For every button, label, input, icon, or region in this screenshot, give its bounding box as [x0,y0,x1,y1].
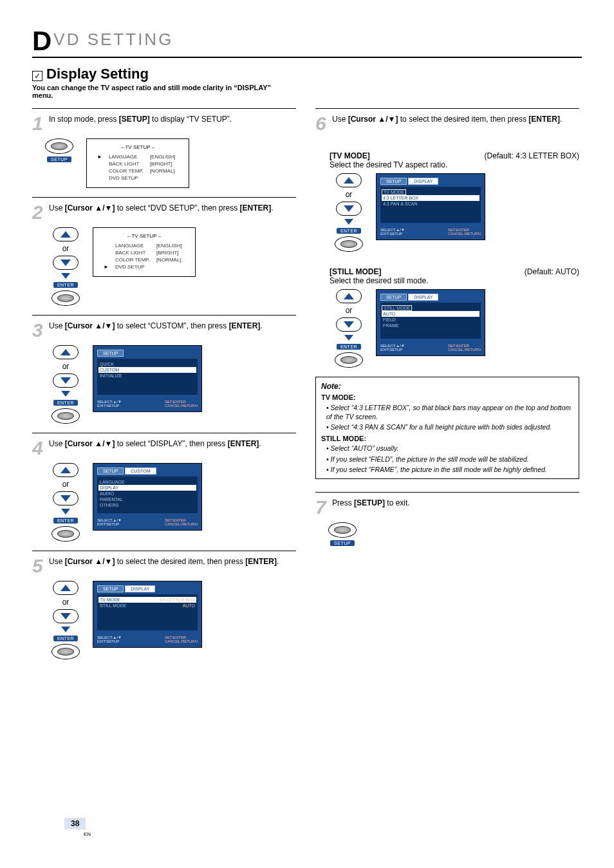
text: to select “DISPLAY”, then press [115,439,227,448]
step-2-text: Use [Cursor ▲/▼] to select “DVD SETUP”, … [49,203,274,214]
text: . [271,203,273,212]
bold: [Cursor ▲/▼] [65,557,115,566]
osd-value: [ENGLISH] [154,243,185,249]
page-header-title: DVD SETTING [32,30,173,49]
text: to select the desired item, then press [115,557,245,566]
osd-pointer [95,168,105,174]
remote-cursor-enter-group: or ENTER [51,345,80,424]
osd-menu-item: 4:3 PAN & SCAN [382,201,479,207]
osd-menu-item: FRAME [382,323,479,328]
osd-label: COLOR TEMP. [113,257,153,263]
or-label: or [62,362,70,371]
osd-value: 4:3 LETTER BOX [160,598,195,602]
osd-value: AUTO [183,603,195,608]
osd-table: LANGUAGE[ENGLISH] BACK LIGHT[BRIGHT] COL… [100,241,185,271]
cursor-label: [Cursor ▲/▼] [65,203,115,212]
note-item: If you select “FRAME”, the picture in th… [326,464,573,475]
page-header-bar: DVD SETTING [32,26,582,58]
step-7-media: SETUP [328,522,579,546]
text: Use [49,439,65,448]
cursor-down-button-icon [336,317,362,332]
step-3: 3 Use [Cursor ▲/▼] to select “CUSTOM”, t… [32,321,296,340]
osd-pointer [101,257,111,263]
osd-menu-area: TV MODE 4:3 LETTER BOX 4:3 PAN & SCAN [380,187,481,223]
osd-stillmode-submenu: SETUP DISPLAY STILL MODE AUTO FIELD FRAM… [376,289,485,356]
step-5-media: or ENTER SETUP DISPLAY TV MODE4:3 LETTER… [51,581,296,659]
text: to exit. [385,498,410,507]
left-column: 1 In stop mode, press [SETUP] to display… [32,108,296,668]
osd-value: [BRIGHT] [154,250,185,256]
footer-l2: EXIT:SETUP [380,348,402,352]
osd-label: BACK LIGHT [106,161,146,167]
stillmode-desc: Select the desired still mode. [330,276,579,285]
step-number: 6 [315,114,327,133]
tvmode-desc: Select the desired TV aspect ratio. [330,160,579,169]
osd-menu-area: TV MODE4:3 LETTER BOX STILL MODEAUTO [97,594,198,630]
osd-menu-item: INITIALIZE [98,373,196,379]
step-number: 1 [32,114,44,133]
tvmode-header-row: [TV MODE] (Default: 4:3 LETTER BOX) [330,145,579,160]
osd-menu-item: PARENTAL [98,496,196,502]
osd-label: DVD SETUP [106,175,146,181]
osd-footer: SELECT:▲/▼EXIT:SETUPSET:ENTERCANCEL:RETU… [380,228,481,236]
note-box: Note: TV MODE: Select “4:3 LETTER BOX”, … [315,377,579,479]
enter-button-icon [51,408,80,424]
footer-l2: EXIT:SETUP [380,232,402,236]
divider [32,551,296,551]
cursor-up-button-icon [336,173,362,187]
osd-value: [BRIGHT] [147,161,178,167]
text: . [560,115,562,124]
osd-menu-area: LANGUAGE DISPLAY AUDIO PARENTAL OTHERS [97,476,198,513]
osd-pointer [95,161,105,167]
osd-value: [NORMAL] [147,168,178,174]
osd-menu-item-highlight: 4:3 LETTER BOX [382,195,479,201]
enter-button-icon [51,526,80,542]
divider [32,315,296,316]
setup-button-label: SETUP [47,156,71,162]
step-3-text: Use [Cursor ▲/▼] to select “CUSTOM”, the… [49,321,263,332]
stillmode-default: (Default: AUTO) [525,267,579,276]
step-7: 7 Press [SETUP] to exit. [315,498,579,517]
cursor-down-button-icon [336,202,362,216]
stillmode-label: [STILL MODE] [330,267,381,276]
remote-setup-button: SETUP [328,522,357,546]
osd-pointer: ► [101,264,111,270]
osd-label: BACK LIGHT [113,250,153,256]
osd-custom-menu: SETUP CUSTOM LANGUAGE DISPLAY AUDIO PARE… [93,463,202,531]
step-1: 1 In stop mode, press [SETUP] to display… [32,114,296,133]
osd-pointer: ► [95,154,105,160]
osd-menu-item: AUDIO [98,491,196,496]
cursor-up-button-icon [53,463,79,477]
header-rest: VD SETTING [53,30,173,49]
osd-tab-setup: SETUP [97,350,124,357]
osd-menu-area: QUICK CUSTOM INITIALIZE [97,359,198,395]
osd-tab-display: DISPLAY [125,585,155,592]
footer-l2: EXIT:SETUP [97,404,119,408]
step-4: 4 Use [Cursor ▲/▼] to select “DISPLAY”, … [32,439,296,458]
note-item: Select “4:3 LETTER BOX”, so that black b… [326,402,573,422]
remote-cursor-enter-group: or ENTER [51,463,80,542]
note-title: Note: [321,381,573,392]
text: to select “CUSTOM”, then press [115,321,228,330]
divider [315,108,579,109]
text: . [260,321,262,330]
bold: [SETUP] [119,115,150,124]
text: Press [332,498,354,507]
osd-footer: SELECT:▲/▼EXIT:SETUPSET:ENTERCANCEL:RETU… [97,518,198,526]
text: to select the desired item, then press [398,115,528,124]
flow-arrow-down-icon [61,391,70,397]
step-2: 2 Use [Cursor ▲/▼] to select “DVD SETUP”… [32,203,296,222]
step-6: 6 Use [Cursor ▲/▼] to select the desired… [315,114,579,133]
bold: [ENTER] [228,439,259,448]
text: . [277,557,279,566]
page-language: EN [84,831,91,837]
bold: [ENTER] [245,557,277,566]
osd-label: COLOR TEMP. [106,168,146,174]
flow-arrow-down-icon [61,509,70,514]
osd-menu-item: QUICK [98,361,196,367]
osd-pointer [101,250,111,256]
note-item: Select “AUTO” usually. [326,443,573,453]
remote-cursor-enter-group: or ENTER [51,227,80,306]
osd-tab-custom: CUSTOM [125,467,156,475]
text: to select “DVD SETUP”, then press [115,203,239,212]
